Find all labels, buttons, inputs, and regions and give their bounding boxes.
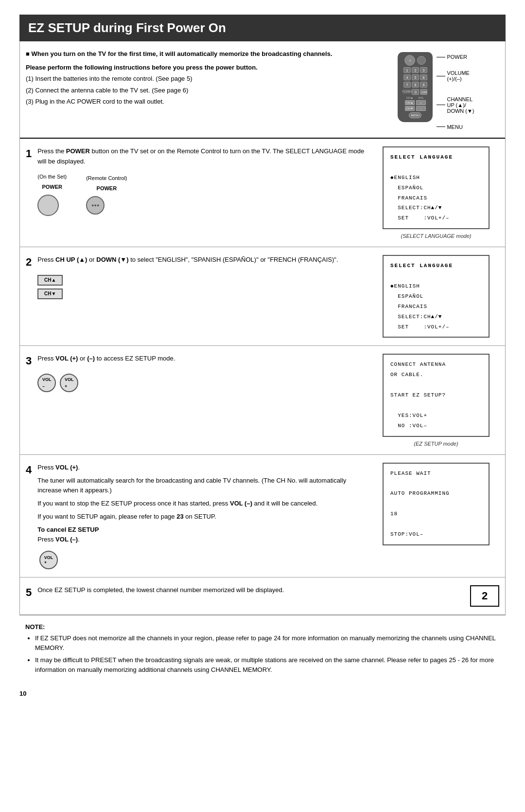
step1-screen-line1: SELECT LANGUAGE xyxy=(390,152,482,162)
step3-vol-minus-btn[interactable]: VOL– xyxy=(37,374,56,392)
step2-number: 2 xyxy=(26,256,32,269)
step5-content: 5 Once EZ SETUP is completed, the lowest… xyxy=(26,585,365,607)
step3-screen: CONNECT ANTENNA OR CABLE. START EZ SETUP… xyxy=(373,354,499,446)
step3-line1: CONNECT ANTENNA xyxy=(390,360,482,370)
step1-onset-area: (On the Set) POWER xyxy=(37,173,67,216)
step3-blank1 xyxy=(390,380,482,390)
annotation-menu: MENU xyxy=(437,124,474,130)
note-item-2: It may be difficult to PRESET when the b… xyxy=(35,655,500,674)
note-list: If EZ SETUP does not memorize all the ch… xyxy=(25,633,500,674)
intro-step1: (1) Insert the batteries into the remote… xyxy=(26,74,365,84)
step1-number: 1 xyxy=(26,147,32,160)
step4-screen: PLEASE WAIT AUTO PROGRAMMING 18 STOP:VOL… xyxy=(373,463,499,570)
step2-ch-up-btn[interactable]: CH▲ xyxy=(37,275,63,286)
annotation-power: POWER xyxy=(437,54,474,60)
intro-bullet: ■ When you turn on the TV for the first … xyxy=(26,49,365,59)
step3-number: 3 xyxy=(26,355,32,367)
step4-line1: PLEASE WAIT xyxy=(390,469,482,479)
step3-vol-plus-btn[interactable]: VOL+ xyxy=(60,374,78,392)
remote-num-row3: 7 8 9 xyxy=(403,82,427,88)
step4-text: Press VOL (+). The tuner will automatica… xyxy=(37,463,365,548)
annotation-volume: VOLUME (+)/(–) xyxy=(437,70,474,82)
step1-screen-blank xyxy=(390,162,482,173)
intro-text: ■ When you turn on the TV for the first … xyxy=(26,49,365,130)
step1-screen-esp: ESPAÑOL xyxy=(390,183,482,193)
page-number: 10 xyxy=(19,690,506,697)
step2-screen-box: SELECT LANGUAGE ◆ENGLISH ESPAÑOL FRANCAI… xyxy=(383,255,490,338)
step2-screen-blank xyxy=(390,271,482,281)
step1-screen-sel: SELECT:CH▲/▼ xyxy=(390,203,482,213)
step4-blank2 xyxy=(390,499,482,509)
step1-screen-fra: FRANCAIS xyxy=(390,193,482,203)
step3-content: 3 Press VOL (+) or (–) to access EZ SETU… xyxy=(26,354,365,446)
step2-screen-set: SET :VOL+/– xyxy=(390,322,482,332)
intro-step3: (3) Plug in the AC POWER cord to the wal… xyxy=(26,97,365,107)
annotation-channel: CHANNEL UP (▲)/ DOWN (▼) xyxy=(437,96,474,114)
step2-screen-fra: FRANCAIS xyxy=(390,302,482,312)
step1-screen-box: SELECT LANGUAGE ◆ENGLISH ESPAÑOL FRANCAI… xyxy=(383,146,490,229)
step2-screen-esp: ESPAÑOL xyxy=(390,291,482,302)
remote-ch-group: CH▲ CH▲ CH▼ xyxy=(405,96,415,111)
step5-text: Once EZ SETUP is completed, the lowest c… xyxy=(37,585,284,597)
step2-content: 2 Press CH UP (▲) or DOWN (▼) to select … xyxy=(26,255,365,338)
step1-power-label: POWER xyxy=(37,183,67,192)
step3-blank2 xyxy=(390,400,482,411)
step2-ch-down-btn[interactable]: CH▼ xyxy=(37,289,63,299)
remote-annotations: POWER VOLUME (+)/(–) CHANNEL UP (▲)/ DOW… xyxy=(437,52,474,130)
remote-num-row2: 4 5 6 xyxy=(403,74,427,80)
step5-number: 5 xyxy=(26,586,32,599)
intro-section: ■ When you turn on the TV for the first … xyxy=(20,41,505,139)
step4-line2: AUTO PROGRAMMING xyxy=(390,488,482,499)
step3-line2: OR CABLE. xyxy=(390,370,482,380)
cancel-title: To cancel EZ SETUP xyxy=(37,526,99,533)
step4-number: 4 xyxy=(26,464,32,476)
step1-content: 1 Press the POWER button on the TV set o… xyxy=(26,146,365,239)
intro-diagram: ● 1 2 3 4 5 6 xyxy=(373,49,499,130)
step1-remote-label: (Remote Control) xyxy=(86,174,127,183)
step1-remote-power-btn[interactable]: ●●● xyxy=(86,196,105,215)
step2-text: Press CH UP (▲) or DOWN (▼) to select "E… xyxy=(37,255,338,299)
step3-text: Press VOL (+) or (–) to access EZ SETUP … xyxy=(37,354,175,392)
remote-power-btn: ● xyxy=(404,55,415,66)
step4-blank1 xyxy=(390,479,482,489)
step2-screen-eng: ◆ENGLISH xyxy=(390,281,482,291)
remote-input-btn xyxy=(417,56,426,65)
step5-page-box: 2 xyxy=(470,585,499,607)
step1-section: 1 Press the POWER button on the TV set o… xyxy=(20,139,505,247)
step4-screen-box: PLEASE WAIT AUTO PROGRAMMING 18 STOP:VOL… xyxy=(383,463,490,545)
step4-section: 4 Press VOL (+). The tuner will automati… xyxy=(20,455,505,578)
step1-screen: SELECT LANGUAGE ◆ENGLISH ESPAÑOL FRANCAI… xyxy=(373,146,499,239)
page-title: EZ SETUP during First Power On xyxy=(19,15,506,41)
step2-screen-sel: SELECT:CH▲/▼ xyxy=(390,312,482,322)
step3-screen-box: CONNECT ANTENNA OR CABLE. START EZ SETUP… xyxy=(383,354,490,436)
step1-onset-label: (On the Set) xyxy=(37,173,67,181)
remote-illustration: ● 1 2 3 4 5 6 xyxy=(398,52,433,122)
notes-section: NOTE: If EZ SETUP does not memorize all … xyxy=(19,615,506,685)
step1-remote-area: (Remote Control) POWER ●●● xyxy=(86,174,127,215)
step3-section: 3 Press VOL (+) or (–) to access EZ SETU… xyxy=(20,346,505,454)
step3-line5: NO :VOL– xyxy=(390,421,482,431)
intro-instructions: Please perform the following instruction… xyxy=(26,63,365,72)
step4-line3: 18 xyxy=(390,509,482,519)
remote-ch-vol-row: CH▲ CH▲ CH▼ VOL + – xyxy=(400,96,431,111)
step4-line4: STOP:VOL– xyxy=(390,529,482,540)
step1-remote-power-label: POWER xyxy=(86,184,127,193)
step4-blank3 xyxy=(390,519,482,529)
remote-special-row: FLASH 0 100 xyxy=(403,89,427,95)
step2-screen-title: SELECT LANGUAGE xyxy=(390,261,482,271)
step2-section: 2 Press CH UP (▲) or DOWN (▼) to select … xyxy=(20,247,505,346)
step5-section: 5 Once EZ SETUP is completed, the lowest… xyxy=(20,577,505,614)
step1-text: Press the POWER button on the TV set or … xyxy=(37,146,365,216)
step1-power-btn[interactable] xyxy=(37,195,59,216)
step4-vol-plus-btn[interactable]: VOL+ xyxy=(39,551,58,569)
remote-menu-btn: MENU xyxy=(409,112,421,118)
intro-step2: (2) Connect the antenna cable to the TV … xyxy=(26,86,365,95)
step2-screen: SELECT LANGUAGE ◆ENGLISH ESPAÑOL FRANCAI… xyxy=(373,255,499,338)
note-item-1: If EZ SETUP does not memorize all the ch… xyxy=(35,633,500,652)
step1-screen-set: SET :VOL+/– xyxy=(390,213,482,223)
note-title: NOTE: xyxy=(25,623,500,631)
step4-content: 4 Press VOL (+). The tuner will automati… xyxy=(26,463,365,570)
remote-num-row1: 1 2 3 xyxy=(403,67,427,73)
step3-line4: YES:VOL+ xyxy=(390,411,482,421)
step3-line3: START EZ SETUP? xyxy=(390,390,482,400)
